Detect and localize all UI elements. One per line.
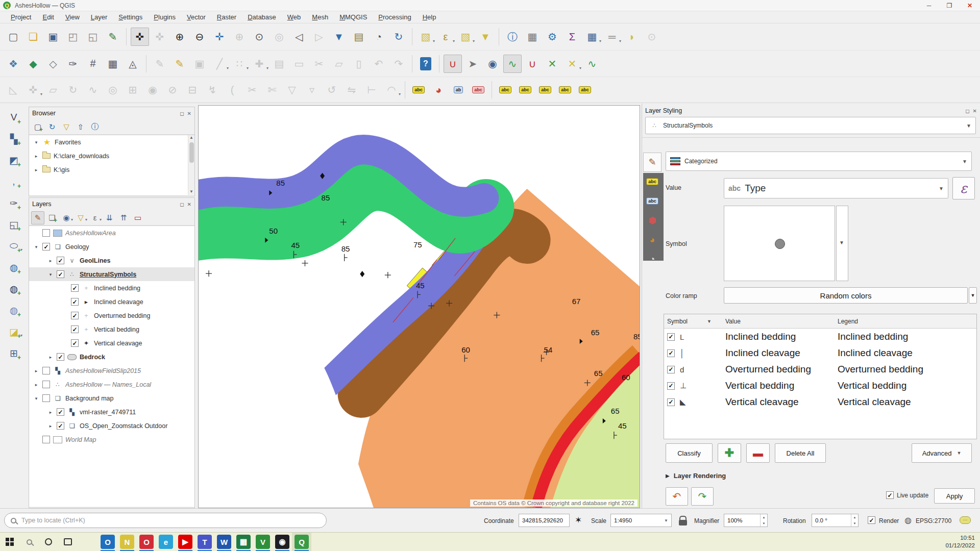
menu-mesh[interactable]: Mesh: [306, 12, 334, 22]
map-tips-icon[interactable]: ◗: [623, 28, 641, 46]
layer-visibility-checkbox[interactable]: ✓: [57, 422, 64, 430]
menu-database[interactable]: Database: [242, 12, 282, 22]
category-checkbox[interactable]: ✓: [667, 349, 675, 357]
layer-visibility-checkbox[interactable]: [42, 436, 50, 443]
menu-web[interactable]: Web: [282, 12, 307, 22]
vertex-marker-icon[interactable]: ✕: [543, 55, 561, 73]
layer-item[interactable]: ▾✓∴StructuralSymbols: [29, 267, 194, 281]
color-ramp-dropdown[interactable]: ▼: [969, 287, 977, 304]
expander-icon[interactable]: ▾: [33, 140, 39, 145]
layer-item[interactable]: ▸✓∨GeolLines: [29, 254, 194, 267]
move-label-icon[interactable]: abc: [536, 81, 554, 99]
browser-refresh-icon[interactable]: ↻: [45, 120, 59, 134]
layer-visibility-checkbox[interactable]: ✓: [57, 270, 64, 278]
col-value[interactable]: Value: [725, 318, 838, 325]
select-features-icon[interactable]: ▧▾: [416, 28, 435, 46]
add-spatialite-icon[interactable]: ✑+: [5, 194, 22, 212]
styling-layer-select[interactable]: ∴ StructuralSymbols ▼: [645, 117, 976, 134]
col-legend[interactable]: Legend: [838, 318, 976, 325]
pin-labels-icon[interactable]: ab: [449, 81, 468, 99]
snap-intersection-icon[interactable]: ✕▾: [563, 55, 581, 73]
layer-item[interactable]: ▸✓Bedrock: [29, 350, 194, 364]
taskbar-calc-icon[interactable]: ▦: [234, 533, 253, 551]
pan-to-selection-icon[interactable]: ✜: [151, 28, 169, 46]
expression-builder-button[interactable]: ε: [952, 177, 975, 199]
category-checkbox[interactable]: ✓: [667, 366, 675, 373]
layer-visibility-checkbox[interactable]: ✓: [71, 339, 79, 347]
taskbar-obs-icon[interactable]: ◉: [273, 533, 292, 551]
cortana-icon[interactable]: [39, 533, 58, 551]
expander-icon[interactable]: ▸: [47, 355, 54, 360]
redo-style-button[interactable]: ↷: [691, 487, 714, 506]
add-postgis-icon[interactable]: ⬭+▾: [5, 237, 22, 255]
show-sum-statistics-icon[interactable]: Σ: [563, 28, 581, 46]
taskbar-clock[interactable]: 10:51 01/12/2022: [945, 534, 975, 549]
layout-manager-icon[interactable]: ◱: [84, 28, 102, 46]
messages-icon[interactable]: ⋯: [960, 516, 971, 524]
menu-raster[interactable]: Raster: [211, 12, 242, 22]
pan-map-icon[interactable]: ✜: [131, 28, 149, 46]
taskbar-v-app-icon[interactable]: V: [253, 533, 273, 551]
layer-visibility-checkbox[interactable]: [42, 394, 50, 402]
extents-icon[interactable]: ✶: [575, 515, 582, 525]
enable-snapping-icon[interactable]: ∪: [444, 55, 462, 73]
layer-visibility-checkbox[interactable]: ✓: [57, 353, 64, 361]
select-by-expression-icon[interactable]: ε▾: [436, 28, 455, 46]
zoom-last-icon[interactable]: ◁: [290, 28, 308, 46]
lock-scale-icon[interactable]: [679, 520, 687, 525]
maximize-button[interactable]: ❐: [939, 0, 960, 11]
menu-edit[interactable]: Edit: [37, 12, 59, 22]
add-category-button[interactable]: ✚: [718, 443, 741, 463]
new-bookmark-icon[interactable]: ▼: [330, 28, 348, 46]
spinner-arrows[interactable]: ▲▼: [851, 514, 858, 527]
refresh-map-icon[interactable]: ↻: [389, 28, 408, 46]
browser-item[interactable]: ▸K:\gis: [29, 163, 194, 177]
taskbar-youtube-icon[interactable]: ▶: [176, 533, 195, 551]
expander-icon[interactable]: ▾: [33, 244, 39, 249]
avoid-overlap-icon[interactable]: ∪: [523, 55, 542, 73]
taskbar-edge-icon[interactable]: e: [156, 533, 176, 551]
filter-expression-icon[interactable]: ε▾: [88, 211, 102, 224]
layer-item[interactable]: ▾❏Background map: [29, 391, 194, 405]
magnifier-input[interactable]: 100% ▲▼: [724, 514, 768, 527]
layer-item[interactable]: ▸✓▚vml-raster_4749711: [29, 405, 194, 419]
mask-tab-icon[interactable]: abc: [643, 191, 662, 211]
new-virtual-layer-icon[interactable]: #: [84, 55, 102, 73]
add-wms-icon[interactable]: ◍+: [5, 259, 22, 276]
layer-visibility-checkbox[interactable]: [42, 229, 50, 237]
category-row[interactable]: ✓⊥Vertical beddingVertical bedding: [664, 378, 976, 394]
add-wcs-icon[interactable]: ◍+: [5, 280, 22, 297]
layer-visibility-checkbox[interactable]: ✓: [57, 257, 64, 264]
new-temporary-layer-icon[interactable]: ◬: [124, 55, 142, 73]
zoom-to-selection-icon[interactable]: ⊕: [230, 28, 249, 46]
menu-settings[interactable]: Settings: [113, 12, 148, 22]
category-row[interactable]: ✓dOverturned beddingOverturned bedding: [664, 361, 976, 378]
browser-item[interactable]: ▸K:\clare_downloads: [29, 149, 194, 163]
browser-properties-icon[interactable]: ⓘ: [88, 120, 102, 134]
zoom-full-icon[interactable]: ✛: [210, 28, 229, 46]
menu-layer[interactable]: Layer: [85, 12, 113, 22]
layer-visibility-checkbox[interactable]: ✓: [71, 298, 79, 306]
labels-tab-icon[interactable]: abc: [643, 172, 662, 191]
layer-diagram-icon[interactable]: ◕: [429, 81, 448, 99]
layer-visibility-checkbox[interactable]: ✓: [42, 243, 50, 251]
minimize-button[interactable]: ─: [919, 0, 939, 11]
locator-input[interactable]: Type to locate (Ctrl+K): [4, 513, 327, 528]
category-row[interactable]: ✓│Inclined cleavageInclined cleavage: [664, 345, 976, 361]
browser-item[interactable]: ▾★Favorites: [29, 135, 194, 149]
snapping-options-icon[interactable]: ➤: [463, 55, 482, 73]
scale-input[interactable]: 1:4950 ▼: [610, 514, 672, 527]
add-mesh-layer-icon[interactable]: ◩+: [5, 152, 22, 169]
change-label-icon[interactable]: abc: [576, 81, 594, 99]
attribute-table-icon[interactable]: ▦▾: [583, 28, 601, 46]
expander-icon[interactable]: ▸: [47, 258, 54, 263]
task-view-icon[interactable]: [58, 533, 78, 551]
browser-add-layers-icon[interactable]: ▢+: [31, 120, 44, 134]
open-project-icon[interactable]: ❏: [24, 28, 42, 46]
remove-category-button[interactable]: ▬: [746, 443, 770, 463]
filter-legend-icon[interactable]: ▽▾: [74, 211, 87, 224]
taskbar-search-icon[interactable]: [19, 533, 39, 551]
layer-item[interactable]: ✓+Overturned bedding: [29, 309, 194, 322]
symbol-preview[interactable]: [724, 206, 835, 281]
add-web-service-icon[interactable]: ◪+▾: [5, 323, 22, 340]
